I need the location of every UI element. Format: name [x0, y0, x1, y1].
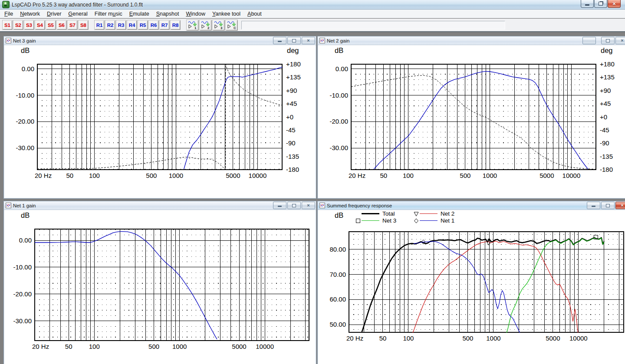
net1-titlebar[interactable]: Net 1 gain ×: [4, 201, 316, 210]
net2-titlebar[interactable]: Net 2 gain ×: [318, 36, 625, 45]
svg-text:+90: +90: [286, 87, 297, 94]
toolbar-s5-button[interactable]: S5: [46, 20, 56, 30]
window-net1-gain[interactable]: Net 1 gain × 20 Hz5010050010005000100000…: [3, 201, 316, 364]
menu-general[interactable]: General: [65, 10, 91, 18]
svg-text:dB: dB: [21, 46, 30, 54]
svg-text:20 Hz: 20 Hz: [35, 172, 52, 179]
crossover-network-icon: 3: [214, 20, 224, 30]
summed-response-chart: 20 Hz50100500100050001000080.0070.0060.0…: [318, 210, 625, 364]
svg-text:100: 100: [403, 334, 414, 342]
toolbar-r5-button[interactable]: R5: [138, 20, 148, 30]
toolbar-s7-button[interactable]: S7: [67, 20, 78, 30]
legend-line: [420, 213, 438, 214]
menu-snapshot[interactable]: Snapshot: [153, 10, 183, 18]
legend-label: Net 3: [382, 217, 396, 224]
toolbar-r7-button[interactable]: R7: [159, 20, 170, 30]
menu-emulate[interactable]: Emulate: [126, 10, 153, 18]
net1-minimize-button[interactable]: [273, 202, 286, 209]
summed-restore-button[interactable]: [601, 202, 615, 209]
svg-text:1000: 1000: [486, 334, 500, 342]
restore-icon: [606, 204, 610, 207]
minimize-icon: [592, 206, 595, 207]
toolbar-r8-button[interactable]: R8: [170, 20, 181, 30]
svg-text:100: 100: [89, 343, 100, 350]
svg-text:60.00: 60.00: [329, 295, 346, 303]
toolbar-s1-button[interactable]: S1: [2, 20, 13, 30]
toolbar-r3-button[interactable]: R3: [116, 20, 126, 30]
svg-text:500: 500: [460, 172, 470, 179]
window-net3-gain[interactable]: Net 3 gain × 20 Hz5010050010005000100000…: [3, 36, 316, 199]
square-marker-icon: [355, 218, 361, 223]
net1-restore-button[interactable]: [287, 202, 301, 209]
menu-file[interactable]: File: [1, 10, 16, 18]
net2-close-button[interactable]: ×: [615, 37, 625, 44]
toolbar-network-3-button[interactable]: 3: [212, 20, 225, 31]
svg-text:5000: 5000: [539, 172, 554, 179]
svg-text:5000: 5000: [546, 334, 560, 342]
summed-close-button[interactable]: ×: [615, 202, 625, 209]
svg-text:1: 1: [194, 26, 197, 30]
legend-item-net-2: Net 2: [414, 210, 454, 217]
minimize-button[interactable]: [581, 0, 594, 8]
toolbar-network-1-button[interactable]: 1: [186, 20, 199, 31]
toolbar-network-2-button[interactable]: 2: [199, 20, 212, 31]
toolbar-s6-button[interactable]: S6: [56, 20, 67, 30]
menu-filter-music[interactable]: Filter music: [91, 10, 126, 18]
restore-icon: [292, 39, 296, 43]
toolbar-s2-button[interactable]: S2: [13, 20, 23, 30]
menu-yankee-tool[interactable]: Yankee tool: [209, 10, 244, 18]
legend-line: [362, 220, 379, 221]
menu-bar: FileNetworkDriverGeneralFilter musicEmul…: [0, 10, 625, 18]
svg-text:0.00: 0.00: [22, 65, 34, 72]
toolbar-r1-button[interactable]: R1: [94, 20, 105, 30]
svg-text:10000: 10000: [249, 172, 267, 179]
legend-item-net-1: Net 1: [414, 217, 454, 224]
net3-close-button[interactable]: ×: [302, 37, 315, 44]
svg-text:-45: -45: [286, 126, 296, 134]
restore-icon: [599, 2, 603, 6]
toolbar-network-c-button[interactable]: C: [225, 20, 238, 31]
summed-titlebar[interactable]: Summed frequency response ×: [318, 201, 625, 210]
svg-text:2: 2: [207, 26, 210, 30]
menu-network[interactable]: Network: [16, 10, 43, 18]
close-button[interactable]: ×: [608, 0, 621, 8]
net3-restore-button[interactable]: [287, 37, 301, 44]
crossover-network-icon: C: [227, 20, 237, 30]
svg-text:1000: 1000: [483, 172, 497, 179]
svg-text:-20.00: -20.00: [13, 290, 32, 298]
svg-text:80.00: 80.00: [329, 246, 346, 253]
svg-text:C: C: [234, 26, 236, 30]
mdi-workspace: Net 3 gain × 20 Hz5010050010005000100000…: [0, 32, 625, 364]
restore-button[interactable]: [594, 0, 607, 8]
legend-item-net-3: Net 3: [355, 217, 396, 224]
net2-restore-button[interactable]: [601, 37, 615, 44]
svg-text:0.00: 0.00: [336, 65, 348, 72]
net3-minimize-button[interactable]: [273, 37, 286, 44]
svg-text:+90: +90: [600, 87, 611, 94]
toolbar-r6-button[interactable]: R6: [148, 20, 159, 30]
svg-text:-10.00: -10.00: [16, 92, 34, 99]
close-icon: ×: [307, 38, 309, 43]
toolbar-s4-button[interactable]: S4: [35, 20, 45, 30]
close-icon: ×: [612, 1, 616, 7]
window-summed-response[interactable]: Summed frequency response × 20 Hz5010050…: [317, 201, 625, 364]
net3-titlebar[interactable]: Net 3 gain ×: [4, 36, 316, 45]
minimize-icon: [278, 206, 282, 207]
toolbar-s3-button[interactable]: S3: [24, 20, 34, 30]
legend-label: Total: [382, 210, 395, 217]
toolbar-status-panel: [241, 21, 505, 30]
window-net2-gain[interactable]: Net 2 gain × 20 Hz5010050010005000100000…: [317, 36, 625, 199]
app-icon: [2, 1, 10, 8]
menu-window[interactable]: Window: [182, 10, 208, 18]
summed-minimize-button[interactable]: [587, 202, 600, 209]
svg-text:100: 100: [89, 172, 100, 179]
toolbar-s8-button[interactable]: S8: [78, 20, 89, 30]
menu-about[interactable]: About: [244, 10, 265, 18]
net2-minimize-button[interactable]: [582, 37, 596, 44]
menu-driver[interactable]: Driver: [43, 10, 65, 18]
net1-close-button[interactable]: ×: [302, 202, 315, 209]
toolbar-r4-button[interactable]: R4: [127, 20, 137, 30]
toolbar-r2-button[interactable]: R2: [105, 20, 115, 30]
svg-text:-10.00: -10.00: [329, 92, 348, 99]
svg-text:-90: -90: [600, 139, 609, 147]
